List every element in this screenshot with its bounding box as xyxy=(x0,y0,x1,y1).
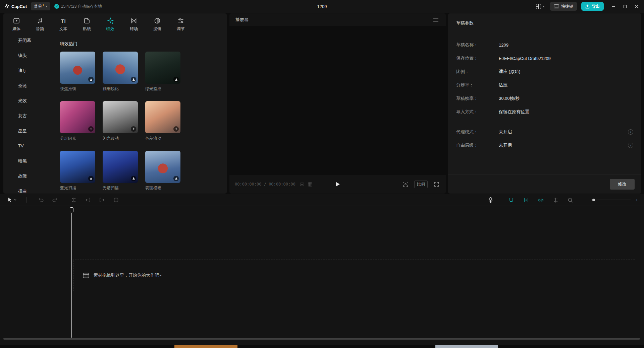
titlebar: CapCut 菜单 ▾ 15:47:23 自动保存本地 1209 ▾ xyxy=(0,0,644,13)
timeline-horizontal-scrollbar[interactable] xyxy=(3,338,640,340)
category-item[interactable]: 镜头 xyxy=(3,48,48,63)
download-icon[interactable] xyxy=(131,77,136,82)
category-item[interactable]: 迪厅 xyxy=(3,63,48,78)
record-audio-icon[interactable] xyxy=(486,196,494,204)
player-menu-icon[interactable] xyxy=(432,16,440,24)
split-button[interactable] xyxy=(70,196,78,204)
category-item[interactable]: 光效 xyxy=(3,93,48,108)
field-label: 草稿名称： xyxy=(456,42,499,48)
auto-snap-toggle[interactable] xyxy=(522,196,530,204)
timeline[interactable]: 素材拖拽到这里，开始你的大作吧~ xyxy=(0,206,644,345)
download-icon[interactable] xyxy=(88,176,94,181)
fit-timeline-button[interactable] xyxy=(566,196,574,204)
field-value: 30.00帧/秒 xyxy=(499,95,520,101)
effect-thumbnail[interactable] xyxy=(60,101,95,133)
effect-card[interactable]: 闪光震动 xyxy=(103,101,138,141)
download-icon[interactable] xyxy=(173,176,179,181)
fullscreen-icon[interactable] xyxy=(432,180,440,188)
effect-card[interactable]: 绿光监控 xyxy=(145,52,180,92)
autosave-check-icon xyxy=(54,4,59,9)
ratio-button[interactable]: 比例 xyxy=(414,181,428,188)
effect-card[interactable]: 光谱扫描 xyxy=(103,151,138,191)
effect-card[interactable]: 分屏闪光 xyxy=(60,101,95,141)
effect-thumbnail[interactable] xyxy=(60,52,95,84)
minimize-button[interactable] xyxy=(608,0,619,13)
category-item[interactable]: 暗黑 xyxy=(3,153,48,168)
zoom-slider-knob[interactable] xyxy=(592,199,595,201)
field-value: 适应 (原始) xyxy=(499,69,520,75)
effects-grid: 变焦推镜精细锐化绿光监控分屏闪光闪光震动色差流动蓝光扫描光谱扫描表面模糊 xyxy=(60,52,227,191)
category-item[interactable]: TV xyxy=(3,138,48,153)
effect-thumbnail[interactable] xyxy=(60,151,95,183)
effect-thumbnail[interactable] xyxy=(145,52,180,84)
modify-button[interactable]: 修改 xyxy=(610,179,635,190)
keyboard-icon xyxy=(554,4,559,8)
download-icon[interactable] xyxy=(88,126,94,132)
effect-card[interactable]: 变焦推镜 xyxy=(60,52,95,92)
playhead[interactable] xyxy=(70,207,74,212)
effect-name: 精细锐化 xyxy=(103,86,138,92)
category-item[interactable]: 开闭幕 xyxy=(3,33,48,48)
category-item[interactable]: 星星 xyxy=(3,123,48,138)
effect-card[interactable]: 精细锐化 xyxy=(103,52,138,92)
zoom-slider[interactable] xyxy=(591,200,631,200)
play-button[interactable] xyxy=(335,182,340,187)
effect-thumbnail[interactable] xyxy=(103,151,138,183)
focus-icon[interactable] xyxy=(401,180,410,188)
preview-axis-toggle[interactable] xyxy=(551,196,559,204)
sticker-icon xyxy=(83,17,91,24)
tab-adjust[interactable]: 调节 xyxy=(169,15,193,33)
tab-media[interactable]: 媒体 xyxy=(5,15,28,33)
tab-filter[interactable]: 滤镜 xyxy=(146,15,169,33)
download-icon[interactable] xyxy=(131,126,136,132)
redo-button[interactable] xyxy=(51,196,59,204)
effect-card[interactable]: 色差流动 xyxy=(145,101,180,141)
category-item[interactable]: 圣诞 xyxy=(3,78,48,93)
tab-text[interactable]: TI文本 xyxy=(52,15,75,33)
download-icon[interactable] xyxy=(173,77,179,82)
zoom-in-button[interactable]: + xyxy=(634,197,639,203)
download-icon[interactable] xyxy=(131,176,136,181)
player-title: 播放器 xyxy=(235,17,249,23)
export-button[interactable]: 导出 xyxy=(581,2,604,11)
close-button[interactable] xyxy=(631,0,642,13)
grid-icon[interactable] xyxy=(308,182,313,187)
info-icon[interactable]: i xyxy=(628,143,633,148)
shortcuts-button[interactable]: 快捷键 xyxy=(550,2,577,11)
category-item[interactable]: 扭曲 xyxy=(3,184,48,194)
field-label: 自由层级： xyxy=(456,142,499,148)
effect-card[interactable]: 表面模糊 xyxy=(145,151,180,191)
effect-thumbnail[interactable] xyxy=(145,101,180,133)
delete-left-button[interactable] xyxy=(84,196,92,204)
quality-icon[interactable] xyxy=(300,182,305,187)
tab-sticker[interactable]: 贴纸 xyxy=(75,15,99,33)
tab-audio[interactable]: 音频 xyxy=(28,15,52,33)
download-icon[interactable] xyxy=(88,77,94,82)
select-tool-button[interactable] xyxy=(7,197,16,203)
effect-thumbnail[interactable] xyxy=(103,52,138,84)
tab-transition[interactable]: 转场 xyxy=(122,15,146,33)
info-icon[interactable]: i xyxy=(628,129,633,135)
player-viewport[interactable] xyxy=(229,26,446,175)
delete-right-button[interactable] xyxy=(98,196,106,204)
effect-thumbnail[interactable] xyxy=(103,101,138,133)
category-item[interactable]: 复古 xyxy=(3,108,48,123)
effect-name: 闪光震动 xyxy=(103,136,138,141)
download-icon[interactable] xyxy=(173,126,179,132)
freeze-frame-button[interactable] xyxy=(112,196,120,204)
linkage-toggle[interactable] xyxy=(537,196,545,204)
effect-thumbnail[interactable] xyxy=(145,151,180,183)
maximize-button[interactable] xyxy=(619,0,631,13)
playhead-handle-icon[interactable] xyxy=(70,207,73,212)
timeline-drop-zone[interactable]: 素材拖拽到这里，开始你的大作吧~ xyxy=(73,260,635,291)
undo-button[interactable] xyxy=(37,196,45,204)
main-track-magnet-toggle[interactable] xyxy=(507,196,515,204)
autosave-status: 15:47:23 自动保存本地 xyxy=(54,4,102,9)
tab-effects[interactable]: 特效 xyxy=(99,15,122,33)
app-name: CapCut xyxy=(11,4,27,9)
category-item[interactable]: 故障 xyxy=(3,168,48,184)
layout-button[interactable]: ▾ xyxy=(534,4,546,9)
effect-card[interactable]: 蓝光扫描 xyxy=(60,151,95,191)
menu-button[interactable]: 菜单 ▾ xyxy=(31,2,50,10)
zoom-out-button[interactable]: − xyxy=(582,197,588,203)
